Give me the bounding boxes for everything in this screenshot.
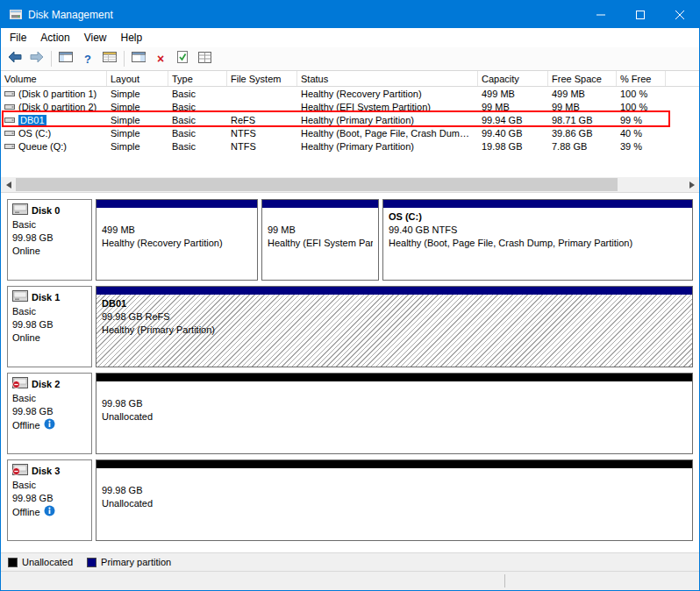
disk-2-label[interactable]: Disk 2 Basic 99.98 GB Offline xyxy=(7,373,92,454)
close-button[interactable] xyxy=(660,1,699,28)
partition-title xyxy=(268,210,373,224)
scroll-left-arrow[interactable] xyxy=(1,177,16,192)
minimize-button[interactable] xyxy=(581,1,620,28)
column-header-status[interactable]: Status xyxy=(297,71,478,86)
table-row[interactable]: (Disk 0 partition 1) Simple Basic Health… xyxy=(1,87,699,100)
partition-db01-selected[interactable]: DB01 99.98 GB ReFS Healthy (Primary Part… xyxy=(96,286,693,367)
export-list-button[interactable] xyxy=(99,49,120,68)
disk-row-2: Disk 2 Basic 99.98 GB Offline 99.98 GB xyxy=(7,373,693,454)
forward-icon xyxy=(30,51,44,67)
horizontal-scrollbar[interactable] xyxy=(1,177,699,192)
disk-3-partitions: 99.98 GB Unallocated xyxy=(96,459,693,541)
column-header-free-space[interactable]: Free Space xyxy=(548,71,617,86)
column-header-capacity[interactable]: Capacity xyxy=(478,71,548,86)
free-space-cell: 39.86 GB xyxy=(548,128,617,139)
volume-name-cell[interactable]: DB01 xyxy=(1,115,107,125)
partition-size: 499 MB xyxy=(102,224,252,237)
legend-label: Primary partition xyxy=(101,557,171,567)
column-header-type[interactable]: Type xyxy=(168,71,227,86)
window-controls xyxy=(581,1,699,28)
partition-size: 99.40 GB NTFS xyxy=(389,224,687,237)
back-icon xyxy=(8,51,22,67)
volume-name-cell[interactable]: Queue (Q:) xyxy=(1,141,107,152)
menu-view[interactable]: View xyxy=(77,29,114,46)
layout-cell: Simple xyxy=(107,141,168,152)
disk-3-label[interactable]: Disk 3 Basic 99.98 GB Offline xyxy=(7,459,92,541)
column-header-file-system[interactable]: File System xyxy=(227,71,297,86)
partition-status: Healthy (Primary Partition) xyxy=(102,324,687,337)
type-cell: Basic xyxy=(168,141,227,152)
action-pane-button[interactable] xyxy=(128,49,149,68)
disk-size: 99.98 GB xyxy=(12,492,87,505)
partition-recovery[interactable]: 499 MB Healthy (Recovery Partition) xyxy=(96,199,258,281)
disk-1-label[interactable]: Disk 1 Basic 99.98 GB Online xyxy=(7,286,92,367)
partition-unallocated[interactable]: 99.98 GB Unallocated xyxy=(96,459,693,541)
info-icon[interactable] xyxy=(44,418,55,433)
column-header-layout[interactable]: Layout xyxy=(107,71,168,86)
disk-row-3: Disk 3 Basic 99.98 GB Offline 99.98 GB xyxy=(7,459,693,541)
maximize-button[interactable] xyxy=(620,1,660,28)
partition-color-strip xyxy=(96,460,692,468)
status-cell: Healthy (Boot, Page File, Crash Dump, Pr… xyxy=(297,128,478,139)
volume-name-cell[interactable]: (Disk 0 partition 2) xyxy=(1,102,107,112)
table-row[interactable]: (Disk 0 partition 2) Simple Basic Health… xyxy=(1,100,699,113)
menu-help[interactable]: Help xyxy=(114,29,150,46)
column-header-volume[interactable]: Volume xyxy=(1,71,107,86)
partition-status: Unallocated xyxy=(102,410,687,424)
console-tree-icon xyxy=(59,51,73,67)
partition-color-strip xyxy=(96,200,257,208)
partition-efi[interactable]: 99 MB Healthy (EFI System Partition) xyxy=(261,199,379,281)
menu-file[interactable]: File xyxy=(3,29,33,46)
partition-color-strip xyxy=(383,200,692,208)
properties-icon xyxy=(198,51,211,67)
help-button[interactable]: ? xyxy=(77,49,98,68)
properties-button[interactable] xyxy=(194,49,215,68)
disk-type: Basic xyxy=(12,392,87,405)
pct-free-cell: 40 % xyxy=(617,128,666,139)
scroll-right-arrow[interactable] xyxy=(684,177,699,192)
layout-cell: Simple xyxy=(107,89,168,99)
partition-size: 99.98 GB xyxy=(102,397,687,410)
disk-row-1: Disk 1 Basic 99.98 GB Online DB01 99.98 … xyxy=(7,286,693,367)
capacity-cell: 99.94 GB xyxy=(478,115,548,125)
volume-table-header: Volume Layout Type File System Status Ca… xyxy=(1,71,699,87)
disk-status: Offline xyxy=(12,419,40,432)
delete-button[interactable]: × xyxy=(150,49,171,68)
partition-size: 99 MB xyxy=(268,224,373,237)
file-system-cell: NTFS xyxy=(227,128,297,139)
table-row[interactable]: Queue (Q:) Simple Basic NTFS Healthy (Pr… xyxy=(1,139,699,153)
disk-name: Disk 0 xyxy=(32,204,60,217)
menu-bar: File Action View Help xyxy=(1,28,699,47)
volume-icon xyxy=(4,129,15,138)
volume-name-cell[interactable]: OS (C:) xyxy=(1,128,107,139)
table-row[interactable]: OS (C:) Simple Basic NTFS Healthy (Boot,… xyxy=(1,126,699,139)
help-icon: ? xyxy=(84,53,91,66)
volume-name-cell[interactable]: (Disk 0 partition 1) xyxy=(1,89,107,99)
partition-os-c[interactable]: OS (C:) 99.40 GB NTFS Healthy (Boot, Pag… xyxy=(382,199,693,281)
column-header-pct-free[interactable]: % Free xyxy=(617,71,666,86)
back-button[interactable] xyxy=(4,49,25,68)
scroll-left-icon xyxy=(6,182,11,189)
file-system-cell: ReFS xyxy=(227,115,297,125)
status-cell: Healthy (Primary Partition) xyxy=(297,115,478,125)
console-tree-button[interactable] xyxy=(55,49,76,68)
primary-partition-color-swatch xyxy=(87,558,96,567)
menu-action[interactable]: Action xyxy=(33,29,76,46)
check-disk-button[interactable] xyxy=(172,49,193,68)
table-row-selected[interactable]: DB01 Simple Basic ReFS Healthy (Primary … xyxy=(1,113,699,126)
scrollbar-thumb[interactable] xyxy=(16,178,618,191)
info-icon[interactable] xyxy=(44,505,55,520)
volume-list-panel: Volume Layout Type File System Status Ca… xyxy=(1,71,699,192)
disk-size: 99.98 GB xyxy=(12,318,87,331)
forward-button[interactable] xyxy=(26,49,47,68)
status-cell: Healthy (EFI System Partition) xyxy=(297,102,478,112)
partition-unallocated[interactable]: 99.98 GB Unallocated xyxy=(96,373,693,454)
export-list-icon xyxy=(103,51,117,67)
title-bar: Disk Management xyxy=(1,1,699,28)
status-cell: Healthy (Recovery Partition) xyxy=(297,89,478,99)
disk-offline-icon xyxy=(12,464,28,479)
partition-color-strip xyxy=(262,200,378,208)
app-icon xyxy=(9,8,23,22)
capacity-cell: 99 MB xyxy=(478,102,548,112)
disk-0-label[interactable]: Disk 0 Basic 99.98 GB Online xyxy=(7,199,92,281)
